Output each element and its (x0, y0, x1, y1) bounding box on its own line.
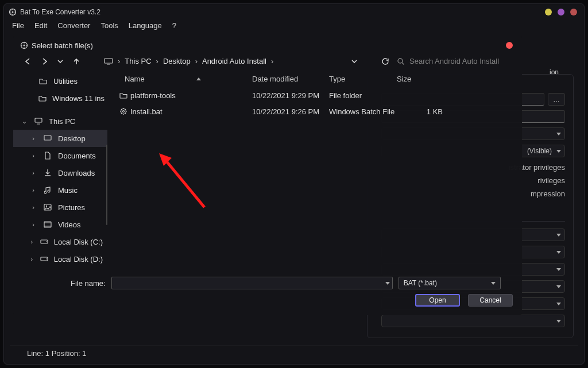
col-size[interactable]: Size (397, 75, 437, 83)
file-type: Windows Batch File (329, 107, 408, 116)
sidebar-item-videos[interactable]: › Videos (13, 216, 107, 233)
chevron-right-icon[interactable]: › (29, 169, 37, 176)
sidebar-item-utilities[interactable]: Utilities (13, 72, 107, 90)
svg-point-16 (123, 111, 125, 113)
chevron-right-icon[interactable]: › (29, 135, 37, 142)
sidebar-item-desktop[interactable]: › Desktop (13, 130, 107, 147)
file-row[interactable]: platform-tools 10/22/2021 9:29 PM File f… (107, 87, 522, 103)
svg-rect-7 (44, 135, 51, 140)
chevron-right-icon[interactable]: › (29, 204, 37, 211)
sidebar-scrollbar[interactable] (106, 145, 107, 225)
cancel-button[interactable]: Cancel (468, 294, 513, 307)
browse-button[interactable]: ... (548, 93, 565, 106)
chevron-right-icon: › (195, 57, 198, 65)
col-type[interactable]: Type (329, 75, 397, 83)
menu-tools[interactable]: Tools (100, 21, 118, 30)
sidebar-item-music[interactable]: › Music (13, 181, 107, 199)
app-icon (9, 8, 17, 16)
file-list-pane: Name Date modified Type Size platform-to… (107, 70, 522, 271)
col-date[interactable]: Date modified (252, 75, 329, 83)
dialog-close-button[interactable] (506, 42, 513, 49)
chevron-right-icon[interactable]: › (29, 221, 37, 228)
chevron-right-icon[interactable]: › (29, 255, 34, 262)
sidebar-item-downloads[interactable]: › Downloads (13, 164, 107, 181)
sidebar-item-label: Videos (58, 220, 81, 229)
column-headers[interactable]: Name Date modified Type Size (107, 70, 522, 87)
sidebar-item-label: Local Disk (C:) (54, 238, 103, 246)
svg-point-5 (398, 59, 403, 63)
open-button[interactable]: Open (415, 294, 460, 307)
sidebar-item-label: Pictures (58, 203, 85, 212)
titlebar: Bat To Exe Converter v3.2 (4, 4, 584, 20)
sidebar-item-documents[interactable]: › Documents (13, 147, 107, 164)
chevron-down-icon[interactable] (385, 282, 390, 285)
downloads-icon (43, 169, 52, 177)
sidebar-item-label: This PC (49, 117, 75, 126)
breadcrumb: › This PC › Desktop › Android Auto Insta… (104, 57, 343, 65)
disk-icon (40, 239, 48, 245)
search-box[interactable]: Search Android Auto Install (397, 57, 512, 65)
statusbar: Line: 1 Position: 1 (10, 346, 578, 361)
pc-icon (104, 57, 113, 65)
sidebar-item-thispc[interactable]: ⌄ This PC (13, 113, 107, 130)
folder-icon (38, 95, 47, 102)
dialog-titlebar: Select batch file(s) (13, 36, 522, 51)
nav-up-icon[interactable] (72, 57, 81, 65)
sidebar-item-windows11[interactable]: Windows 11 ins (13, 90, 107, 107)
gear-icon (117, 107, 130, 115)
minimize-button[interactable] (545, 9, 552, 16)
filename-label: File name: (71, 279, 106, 288)
chevron-right-icon[interactable]: › (29, 187, 37, 193)
filename-input[interactable] (111, 277, 393, 289)
menubar: File Edit Converter Tools Language ? (4, 20, 584, 33)
nav-recent-icon[interactable] (56, 59, 65, 64)
col-name[interactable]: Name (125, 75, 145, 83)
file-row[interactable]: Install.bat 10/22/2021 9:26 PM Windows B… (107, 103, 522, 119)
sidebar-item-label: Utilities (53, 77, 78, 86)
chevron-right-icon: › (156, 57, 158, 65)
svg-point-3 (24, 45, 25, 47)
menu-file[interactable]: File (12, 21, 24, 30)
menu-language[interactable]: Language (129, 21, 162, 30)
dialog-footer: File name: BAT (*.bat) Open Cancel (13, 271, 522, 311)
nav-forward-icon[interactable] (40, 57, 49, 65)
refresh-icon[interactable] (381, 57, 390, 65)
address-dropdown-icon[interactable] (350, 59, 359, 64)
maximize-button[interactable] (558, 9, 564, 16)
menu-edit[interactable]: Edit (34, 21, 47, 30)
close-button[interactable] (570, 9, 577, 16)
crumb-desktop[interactable]: Desktop (163, 57, 191, 65)
crumb-thispc[interactable]: This PC (125, 57, 151, 65)
nav-back-icon[interactable] (24, 57, 33, 65)
app-title: Bat To Exe Converter v3.2 (20, 8, 100, 16)
chevron-right-icon[interactable]: › (29, 238, 34, 245)
search-icon (397, 57, 405, 65)
file-name: platform-tools (130, 91, 252, 100)
music-icon (43, 186, 52, 194)
file-date: 10/22/2021 9:29 PM (252, 91, 329, 100)
dialog-nav-row: › This PC › Desktop › Android Auto Insta… (13, 51, 522, 70)
bg-combo-f[interactable] (381, 315, 565, 327)
videos-icon (43, 221, 52, 228)
desktop-icon (43, 135, 52, 142)
pc-icon (34, 118, 43, 125)
menu-converter[interactable]: Converter (57, 21, 90, 30)
chevron-right-icon: › (118, 57, 120, 65)
sidebar-item-label: Documents (58, 152, 96, 160)
documents-icon (43, 152, 52, 160)
chevron-down-icon[interactable]: ⌄ (20, 118, 28, 125)
svg-rect-6 (35, 118, 42, 122)
sidebar-item-locald[interactable]: › Local Disk (D:) (13, 250, 107, 268)
sidebar-item-localc[interactable]: › Local Disk (C:) (13, 233, 107, 250)
chevron-down-icon (491, 282, 496, 285)
sidebar-item-label: Desktop (58, 134, 86, 143)
crumb-folder[interactable]: Android Auto Install (202, 57, 266, 65)
svg-rect-4 (105, 59, 113, 63)
sidebar-item-pictures[interactable]: › Pictures (13, 199, 107, 216)
filetype-combo[interactable]: BAT (*.bat) (399, 277, 501, 289)
chevron-right-icon: › (271, 57, 273, 65)
chevron-right-icon[interactable]: › (29, 152, 37, 159)
dialog-sidebar: Utilities Windows 11 ins ⌄ This PC › Des… (13, 70, 107, 271)
svg-point-9 (46, 206, 47, 207)
menu-help[interactable]: ? (172, 21, 176, 30)
